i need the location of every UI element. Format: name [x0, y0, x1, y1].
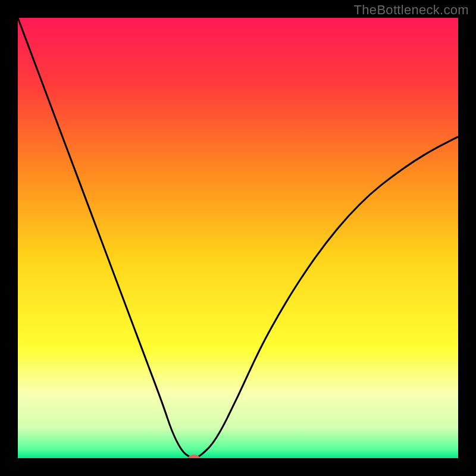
- plot-area: [18, 18, 458, 458]
- watermark-text: TheBottleneck.com: [354, 2, 469, 18]
- chart-frame: TheBottleneck.com: [0, 0, 476, 476]
- chart-background: [18, 18, 458, 458]
- bottleneck-chart: [18, 18, 458, 458]
